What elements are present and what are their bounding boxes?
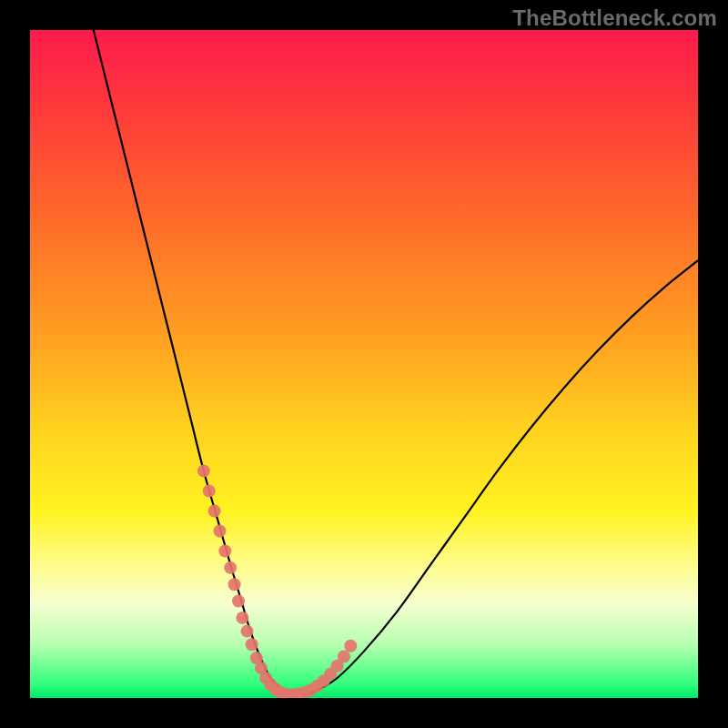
highlight-dot xyxy=(213,525,226,538)
highlight-dot xyxy=(236,612,248,624)
watermark-text: TheBottleneck.com xyxy=(512,5,717,31)
chart-svg xyxy=(30,30,698,698)
highlight-dot xyxy=(241,625,254,638)
highlight-dot xyxy=(232,595,245,608)
curve-layer xyxy=(94,30,698,695)
highlight-dot xyxy=(208,504,221,517)
highlight-dot xyxy=(344,640,357,652)
highlight-dot xyxy=(228,578,241,591)
plot-area xyxy=(30,30,698,698)
highlight-dots xyxy=(197,464,357,698)
highlight-dot xyxy=(246,638,258,651)
highlight-dot xyxy=(197,464,210,477)
highlight-dot xyxy=(218,545,231,558)
highlight-dot xyxy=(203,484,216,497)
highlight-dot xyxy=(224,561,237,574)
highlight-dot xyxy=(338,650,350,662)
bottleneck-curve xyxy=(94,30,698,695)
chart-stage: TheBottleneck.com xyxy=(0,0,728,728)
